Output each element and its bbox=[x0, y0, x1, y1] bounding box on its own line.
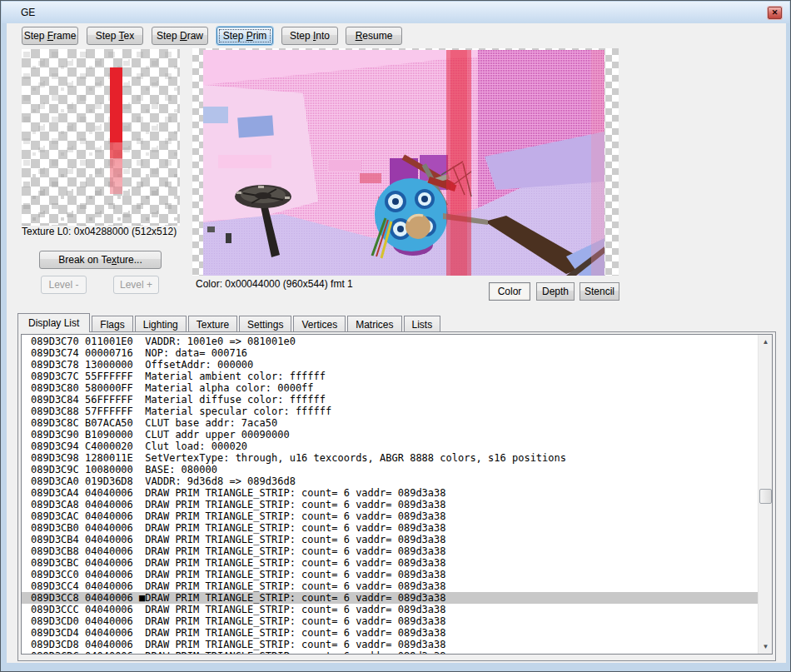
close-icon[interactable]: ✕ bbox=[768, 7, 782, 19]
tab-strip: Display List Flags Lighting Texture Sett… bbox=[17, 313, 442, 332]
step-frame-button[interactable]: Step Frame bbox=[22, 27, 78, 45]
tab-lighting[interactable]: Lighting bbox=[135, 316, 187, 332]
tab-vertices[interactable]: Vertices bbox=[293, 316, 346, 332]
dl-row[interactable]: 089D3C94 C4000020 Clut load: 000020 bbox=[22, 441, 758, 452]
tab-lists[interactable]: Lists bbox=[404, 316, 441, 332]
step-prim-button[interactable]: Step Prim bbox=[216, 27, 273, 45]
stencil-button[interactable]: Stencil bbox=[580, 282, 619, 301]
dl-row[interactable]: 089D3C88 57FFFFFF Material specular colo… bbox=[22, 406, 758, 417]
window-title: GE bbox=[21, 7, 35, 18]
dl-row[interactable]: 089D3CA0 019D36D8 VADDR: 9d36d8 => 089d3… bbox=[22, 475, 758, 487]
framebuffer-label: Color: 0x00044000 (960x544) fmt 1 bbox=[196, 278, 353, 290]
dl-row-current[interactable]: 089D3CC8 04040006 ■DRAW PRIM TRIANGLE_ST… bbox=[22, 592, 758, 604]
texture-noise-pattern bbox=[22, 49, 180, 226]
framebuffer-preview[interactable] bbox=[192, 48, 619, 276]
display-list-tab-page: 089D3C70 011001E0 VADDR: 1001e0 => 08100… bbox=[17, 331, 776, 661]
client-area: Step Frame Step Tex Step Draw Step Prim … bbox=[7, 23, 786, 663]
dl-row[interactable]: 089D3C78 13000000 OffsetAddr: 000000 bbox=[22, 359, 758, 371]
dl-row[interactable]: 089D3C70 011001E0 VADDR: 1001e0 => 08100… bbox=[22, 336, 758, 347]
tab-settings[interactable]: Settings bbox=[239, 316, 291, 332]
dl-row[interactable]: 089D3C7C 55FFFFFF Material ambient color… bbox=[22, 371, 758, 382]
dl-row[interactable]: 089D3CC4 04040006 DRAW PRIM TRIANGLE_STR… bbox=[22, 580, 758, 592]
dl-row[interactable]: 089D3CD4 04040006 DRAW PRIM TRIANGLE_STR… bbox=[22, 627, 758, 639]
dl-row[interactable]: 089D3C8C B07ACA50 CLUT base addr: 7aca50 bbox=[22, 417, 758, 429]
tab-display-list[interactable]: Display List bbox=[17, 313, 90, 332]
framebuffer-scene bbox=[203, 50, 604, 276]
dl-row[interactable]: 089D3C9C 10080000 BASE: 080000 bbox=[22, 464, 758, 475]
dl-row[interactable]: 089D3CCC 04040006 DRAW PRIM TRIANGLE_STR… bbox=[22, 604, 758, 615]
vertical-scrollbar[interactable]: ▲ ▼ bbox=[758, 335, 772, 654]
dl-row[interactable]: 089D3CDC 04040006 DRAW PRIM TRIANGLE_STR… bbox=[22, 650, 758, 655]
dl-row[interactable]: 089D3C90 B1090000 CLUT addr upper 000900… bbox=[22, 429, 758, 441]
step-into-button[interactable]: Step Into bbox=[281, 27, 338, 45]
display-list-rows: 089D3C70 011001E0 VADDR: 1001e0 => 08100… bbox=[22, 336, 758, 655]
scroll-down-icon[interactable]: ▼ bbox=[759, 640, 773, 654]
display-list-box[interactable]: 089D3C70 011001E0 VADDR: 1001e0 => 08100… bbox=[21, 334, 773, 655]
texture-red-stripe bbox=[110, 67, 122, 194]
color-button[interactable]: Color bbox=[489, 282, 530, 301]
step-tex-button[interactable]: Step Tex bbox=[87, 27, 143, 45]
dl-row[interactable]: 089D3C80 580000FF Material alpha color: … bbox=[22, 382, 758, 394]
texture-label: Texture L0: 0x04288000 (512x512) bbox=[22, 226, 177, 237]
titlebar[interactable]: GE ✕ bbox=[2, 2, 789, 23]
level-minus-button[interactable]: Level - bbox=[41, 276, 87, 294]
step-draw-button[interactable]: Step Draw bbox=[152, 27, 208, 45]
dl-row[interactable]: 089D3CB0 04040006 DRAW PRIM TRIANGLE_STR… bbox=[22, 522, 758, 534]
scrollbar-thumb[interactable] bbox=[759, 489, 772, 504]
dl-row[interactable]: 089D3CB8 04040006 DRAW PRIM TRIANGLE_STR… bbox=[22, 545, 758, 557]
dl-row[interactable]: 089D3CD8 04040006 DRAW PRIM TRIANGLE_STR… bbox=[22, 639, 758, 650]
dl-row[interactable]: 089D3CA8 04040006 DRAW PRIM TRIANGLE_STR… bbox=[22, 499, 758, 510]
break-on-texture-button[interactable]: Break on Texture... bbox=[39, 251, 162, 269]
dl-row[interactable]: 089D3CA4 04040006 DRAW PRIM TRIANGLE_STR… bbox=[22, 487, 758, 499]
dl-row[interactable]: 089D3CAC 04040006 DRAW PRIM TRIANGLE_STR… bbox=[22, 510, 758, 522]
resume-button[interactable]: Resume bbox=[346, 27, 402, 45]
dl-row[interactable]: 089D3CB4 04040006 DRAW PRIM TRIANGLE_STR… bbox=[22, 534, 758, 545]
dl-row[interactable]: 089D3CBC 04040006 DRAW PRIM TRIANGLE_STR… bbox=[22, 557, 758, 569]
level-plus-button[interactable]: Level + bbox=[113, 276, 159, 294]
ge-debugger-window: GE ✕ Step Frame Step Tex Step Draw Step … bbox=[0, 0, 791, 672]
dl-row[interactable]: 089D3CD0 04040006 DRAW PRIM TRIANGLE_STR… bbox=[22, 615, 758, 627]
tab-texture[interactable]: Texture bbox=[188, 316, 237, 332]
tab-flags[interactable]: Flags bbox=[92, 316, 132, 332]
texture-preview[interactable] bbox=[22, 49, 180, 226]
dl-row[interactable]: 089D3C98 1280011E SetVertexType: through… bbox=[22, 452, 758, 464]
scroll-up-icon[interactable]: ▲ bbox=[759, 335, 773, 349]
dl-row[interactable]: 089D3C84 56FFFFFF Material diffuse color… bbox=[22, 394, 758, 406]
dl-row[interactable]: 089D3CC0 04040006 DRAW PRIM TRIANGLE_STR… bbox=[22, 569, 758, 580]
dl-row[interactable]: 089D3C74 00000716 NOP: data= 000716 bbox=[22, 347, 758, 359]
depth-button[interactable]: Depth bbox=[536, 282, 575, 301]
tab-matrices[interactable]: Matrices bbox=[347, 316, 401, 332]
